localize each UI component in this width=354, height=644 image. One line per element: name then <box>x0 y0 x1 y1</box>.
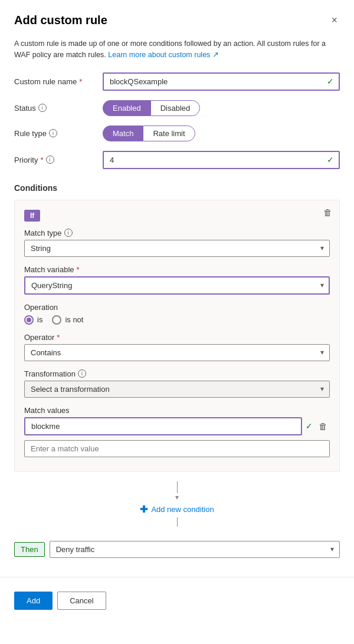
match-value-input-2[interactable] <box>24 440 330 457</box>
status-disabled-button[interactable]: Disabled <box>150 100 201 116</box>
operation-radio-group: is is not <box>24 315 330 325</box>
learn-more-link[interactable]: Learn more about custom rules ↗ <box>108 51 218 59</box>
dialog-header: Add custom rule × <box>14 12 340 29</box>
match-value-input-1[interactable] <box>24 417 302 435</box>
match-type-info-icon[interactable]: i <box>64 229 73 237</box>
status-toggle-group: Enabled Disabled <box>103 100 340 116</box>
status-row: Status i Enabled Disabled <box>14 100 340 116</box>
operation-is-radio[interactable] <box>24 315 34 325</box>
add-button[interactable]: Add <box>14 592 53 610</box>
match-variable-select[interactable]: QueryString RequestUri RequestBody Remot… <box>24 276 330 295</box>
status-info-icon[interactable]: i <box>38 104 47 112</box>
operation-is-not-label[interactable]: is not <box>52 315 83 325</box>
operation-is-label[interactable]: is <box>24 315 42 325</box>
match-value-check-icon: ✓ <box>306 421 313 431</box>
condition-box: If 🗑 Match type i String IP address Geo … <box>14 200 340 472</box>
match-values-label: Match values <box>24 406 330 415</box>
if-badge: If <box>24 210 40 222</box>
transformation-select[interactable]: Select a transformation Lowercase Trim U… <box>24 381 330 398</box>
transformation-select-wrap: Select a transformation Lowercase Trim U… <box>24 381 330 398</box>
priority-required: * <box>40 156 43 164</box>
dialog-title: Add custom rule <box>14 14 107 27</box>
valid-check-icon: ✓ <box>327 77 334 86</box>
plus-icon: ✚ <box>140 504 148 515</box>
operator-required: * <box>57 333 60 342</box>
operation-label: Operation <box>24 303 330 312</box>
close-button[interactable]: × <box>329 12 340 29</box>
priority-input[interactable] <box>103 151 340 169</box>
add-custom-rule-dialog: Add custom rule × A custom rule is made … <box>0 0 354 644</box>
dialog-description: A custom rule is made up of one or more … <box>14 38 340 61</box>
priority-row: Priority * i ✓ <box>14 151 340 169</box>
add-condition-area: ▾ ✚ Add new condition <box>14 481 340 527</box>
conditions-section: Conditions If 🗑 Match type i String IP a… <box>14 183 340 534</box>
match-value-row-1: ✓ 🗑 <box>24 417 330 435</box>
transformation-info-icon[interactable]: i <box>78 369 86 378</box>
priority-check-icon: ✓ <box>327 155 334 164</box>
operation-is-not-radio[interactable] <box>52 315 61 325</box>
arrow-down-line-2 <box>177 517 178 527</box>
match-variable-select-wrap: QueryString RequestUri RequestBody Remot… <box>24 276 330 295</box>
cancel-button[interactable]: Cancel <box>57 592 106 610</box>
match-variable-label: Match variable * <box>24 265 330 274</box>
operator-select[interactable]: Contains Equals StartsWith EndsWith RegE… <box>24 344 330 361</box>
match-type-label: Match type i <box>24 229 330 237</box>
add-new-condition-button[interactable]: ✚ Add new condition <box>140 501 214 517</box>
priority-label: Priority * i <box>14 156 103 164</box>
match-value-row-2 <box>24 440 330 457</box>
operator-select-wrap: Contains Equals StartsWith EndsWith RegE… <box>24 344 330 361</box>
custom-rule-name-input[interactable] <box>103 72 340 91</box>
then-action-select[interactable]: Deny traffic Allow traffic Log traffic R… <box>50 541 340 558</box>
operator-label: Operator * <box>24 333 330 342</box>
transformation-label: Transformation i <box>24 369 330 378</box>
rule-type-label: Rule type i <box>14 129 103 138</box>
then-row: Then Deny traffic Allow traffic Log traf… <box>14 541 340 558</box>
custom-rule-name-row: Custom rule name * ✓ <box>14 72 340 91</box>
rule-type-toggle-group: Match Rate limit <box>103 126 340 141</box>
operation-section: Operation is is not <box>24 303 330 325</box>
rule-type-info-icon[interactable]: i <box>49 129 57 137</box>
match-value-delete-button[interactable]: 🗑 <box>316 420 330 432</box>
rule-type-match-button[interactable]: Match <box>103 126 143 141</box>
rule-type-row: Rule type i Match Rate limit <box>14 126 340 141</box>
priority-info-icon[interactable]: i <box>46 156 54 164</box>
rule-type-rate-limit-button[interactable]: Rate limit <box>143 126 195 141</box>
match-variable-required: * <box>77 265 80 274</box>
status-label: Status i <box>14 104 103 113</box>
delete-condition-icon[interactable]: 🗑 <box>323 207 332 217</box>
footer-buttons: Add Cancel <box>14 587 340 622</box>
custom-rule-name-label: Custom rule name * <box>14 77 103 86</box>
conditions-title: Conditions <box>14 183 340 193</box>
status-enabled-button[interactable]: Enabled <box>103 100 150 116</box>
arrow-down-icon: ▾ <box>175 493 179 501</box>
arrow-down-line <box>177 481 178 493</box>
required-indicator: * <box>79 77 82 86</box>
footer-divider <box>0 577 354 577</box>
then-badge: Then <box>14 542 45 557</box>
match-values-section: Match values ✓ 🗑 <box>24 406 330 457</box>
match-type-select[interactable]: String IP address Geo location Request r… <box>24 240 330 257</box>
then-select-wrap: Deny traffic Allow traffic Log traffic R… <box>50 541 340 558</box>
match-type-select-wrap: String IP address Geo location Request r… <box>24 240 330 257</box>
